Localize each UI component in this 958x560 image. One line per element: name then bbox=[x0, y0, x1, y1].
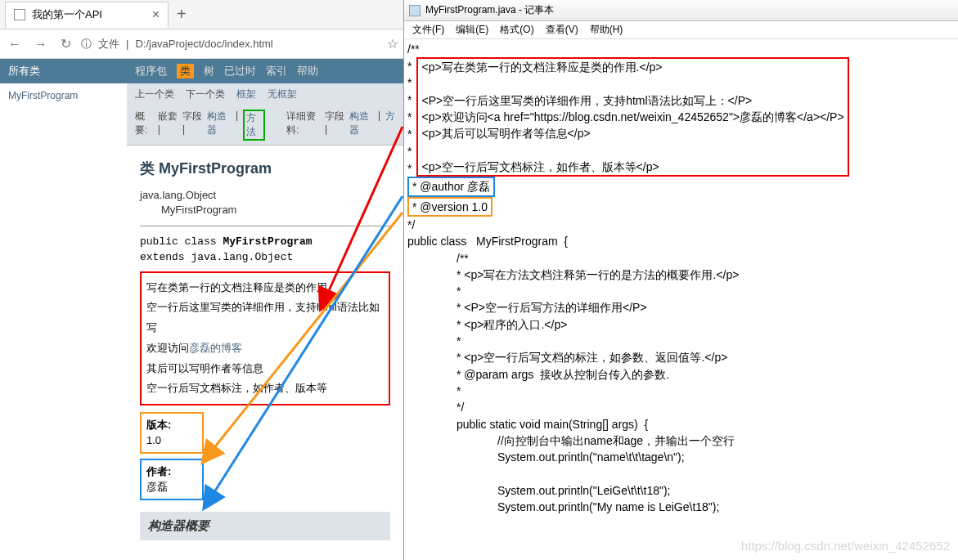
class-comment-block: <p>写在类第一行的文档注释应是类的作用.</p> <P>空一行后这里写类的详细… bbox=[416, 57, 848, 177]
code-line: public class MyFirstProgram { bbox=[407, 233, 955, 249]
code-line: * bbox=[407, 333, 955, 349]
dfield-label: 字段 | bbox=[325, 110, 344, 141]
menu-format[interactable]: 格式(O) bbox=[500, 23, 533, 37]
code-line: */ bbox=[407, 399, 955, 415]
ctor-link[interactable]: 构造器 bbox=[207, 110, 231, 141]
notepad-titlebar: MyFirstProgram.java - 记事本 bbox=[404, 0, 958, 21]
notepad-title: MyFirstProgram.java - 记事本 bbox=[425, 3, 554, 17]
url-label: 文件 bbox=[98, 37, 119, 52]
sub-nav-2: 概要: 嵌套 | 字段 | 构造器 | 方法 详细资料: 字段 | 构造器 | … bbox=[127, 105, 403, 146]
javadoc-main: 程序包 类 树 已过时 索引 帮助 上一个类 下一个类 框架 无框架 概要: 嵌… bbox=[127, 59, 403, 560]
method-link[interactable]: 方法 bbox=[243, 110, 265, 141]
top-nav: 程序包 类 树 已过时 索引 帮助 bbox=[127, 59, 403, 83]
code-line: * <P>空一行后写方法的详细作用</P> bbox=[407, 299, 955, 316]
noframes-link[interactable]: 无框架 bbox=[268, 87, 297, 101]
code-line: * bbox=[407, 283, 955, 299]
dctor-link[interactable]: 构造器 bbox=[349, 110, 373, 141]
class-signature: public class MyFirstProgram extends java… bbox=[140, 235, 390, 264]
code-line: //向控制台中输出name和age，并输出一个空行 bbox=[407, 432, 955, 449]
code-line: * <p>写在方法文档注释第一行的是方法的概要作用.</p> bbox=[407, 267, 955, 283]
code-line: * <p>空一行后写文档的标注，如参数、返回值等.</p> bbox=[407, 349, 955, 365]
code-line: <P>空一行后这里写类的详细作用，支持html语法比如写上：</P> bbox=[421, 92, 843, 109]
code-line: */ bbox=[407, 217, 955, 233]
version-tag: * @version 1.0 bbox=[407, 197, 492, 217]
notepad-window: MyFirstProgram.java - 记事本 文件(F) 编辑(E) 格式… bbox=[404, 0, 958, 560]
author-tag: * @author 彦磊 bbox=[407, 177, 495, 196]
code-line: System.out.println("LeiGe\t\t\t18"); bbox=[407, 482, 955, 499]
url-text: D:/javaProject/doc/index.html bbox=[135, 38, 272, 50]
constructor-summary-header: 构造器概要 bbox=[140, 512, 390, 540]
url-field[interactable]: ⓘ 文件 | D:/javaProject/doc/index.html bbox=[81, 37, 380, 52]
watermark: https://blog.csdn.net/weixin_42452652 bbox=[741, 537, 950, 555]
nav-package[interactable]: 程序包 bbox=[135, 64, 167, 78]
address-bar: ← → ↻ ⓘ 文件 | D:/javaProject/doc/index.ht… bbox=[0, 29, 403, 59]
code-line: System.out.println("My name is LeiGe\t18… bbox=[407, 499, 955, 515]
class-description: 写在类第一行的文档注释应是类的作用. 空一行后这里写类的详细作用，支持html语… bbox=[140, 271, 390, 405]
code-line: <p>空一行后写文档标注，如作者、版本等</p> bbox=[421, 159, 843, 175]
tab-title: 我的第一个API bbox=[32, 7, 102, 22]
sidebar-header: 所有类 bbox=[0, 59, 127, 83]
back-button[interactable]: ← bbox=[5, 35, 25, 53]
dmeth-link[interactable]: 方 bbox=[385, 110, 395, 141]
code-line: <p>写在类第一行的文档注释应是类的作用.</p> bbox=[421, 59, 843, 75]
code-line: System.out.println("name\t\t\tage\n"); bbox=[407, 449, 955, 465]
menu-view[interactable]: 查看(V) bbox=[546, 23, 578, 37]
super-class: java.lang.Object bbox=[140, 188, 390, 203]
nav-tree[interactable]: 树 bbox=[204, 64, 214, 78]
desc-line2: 空一行后这里写类的详细作用，支持html语法比如写 bbox=[146, 298, 384, 338]
next-class[interactable]: 下一个类 bbox=[186, 87, 225, 101]
browser-tab-bar: 我的第一个API × + bbox=[0, 0, 403, 29]
version-box: 版本: 1.0 bbox=[140, 412, 204, 454]
class-title: 类 MyFirstProgram bbox=[140, 159, 390, 178]
desc-line3a: 欢迎访问 bbox=[146, 342, 189, 354]
code-line: <p>欢迎访问<a href="https://blog.csdn.net/we… bbox=[421, 109, 843, 125]
nav-help[interactable]: 帮助 bbox=[297, 64, 318, 78]
author-box: 作者: 彦磊 bbox=[140, 459, 204, 500]
frames-link[interactable]: 框架 bbox=[236, 87, 256, 101]
summary-label: 概要: bbox=[135, 110, 153, 141]
code-line: * bbox=[407, 383, 955, 399]
detail-label: 详细资料: bbox=[286, 110, 320, 141]
desc-line1: 写在类第一行的文档注释应是类的作用. bbox=[146, 278, 384, 298]
author-value: 彦磊 bbox=[146, 479, 197, 495]
version-value: 1.0 bbox=[146, 432, 197, 449]
forward-button[interactable]: → bbox=[31, 35, 51, 53]
page-icon bbox=[14, 9, 25, 20]
code-line: * <p>程序的入口.</p> bbox=[407, 316, 955, 333]
blog-link[interactable]: 彦磊的博客 bbox=[189, 342, 242, 354]
code-line: /** bbox=[407, 41, 955, 57]
menu-file[interactable]: 文件(F) bbox=[412, 23, 444, 37]
code-line: public static void main(String[] args) { bbox=[407, 416, 955, 432]
favorite-icon[interactable]: ☆ bbox=[387, 36, 398, 52]
nav-index[interactable]: 索引 bbox=[266, 64, 287, 78]
new-tab-button[interactable]: + bbox=[177, 5, 187, 24]
inheritance: java.lang.Object MyFirstProgram bbox=[140, 188, 390, 217]
notepad-menu: 文件(F) 编辑(E) 格式(O) 查看(V) 帮助(H) bbox=[404, 21, 958, 39]
sub-nav-1: 上一个类 下一个类 框架 无框架 bbox=[127, 83, 403, 105]
nav-deprecated[interactable]: 已过时 bbox=[224, 64, 256, 78]
notepad-icon bbox=[409, 5, 421, 16]
version-label: 版本: bbox=[146, 417, 197, 433]
javadoc-sidebar: 所有类 MyFirstProgram bbox=[0, 59, 127, 560]
code-line: /** bbox=[407, 250, 955, 267]
prev-class[interactable]: 上一个类 bbox=[135, 87, 174, 101]
browser-tab[interactable]: 我的第一个API × bbox=[5, 2, 169, 28]
nest-label: 嵌套 | bbox=[158, 110, 178, 141]
menu-help[interactable]: 帮助(H) bbox=[590, 23, 623, 37]
author-label: 作者: bbox=[146, 464, 197, 480]
nav-class[interactable]: 类 bbox=[177, 64, 194, 78]
field-label: 字段 | bbox=[182, 110, 202, 141]
desc-line4: 其后可以写明作者等信息 bbox=[146, 359, 384, 379]
code-line: * @param args 接收从控制台传入的参数. bbox=[407, 366, 955, 383]
self-class: MyFirstProgram bbox=[161, 203, 390, 217]
code-line: <p>其后可以写明作者等信息</p> bbox=[421, 125, 843, 141]
notepad-content[interactable]: /** ******* <p>写在类第一行的文档注释应是类的作用.</p> <P… bbox=[404, 39, 958, 560]
menu-edit[interactable]: 编辑(E) bbox=[456, 23, 488, 37]
close-icon[interactable]: × bbox=[152, 7, 160, 22]
desc-line5: 空一行后写文档标注，如作者、版本等 bbox=[146, 379, 384, 399]
sidebar-link-class[interactable]: MyFirstProgram bbox=[0, 83, 127, 108]
refresh-button[interactable]: ↻ bbox=[57, 34, 74, 53]
